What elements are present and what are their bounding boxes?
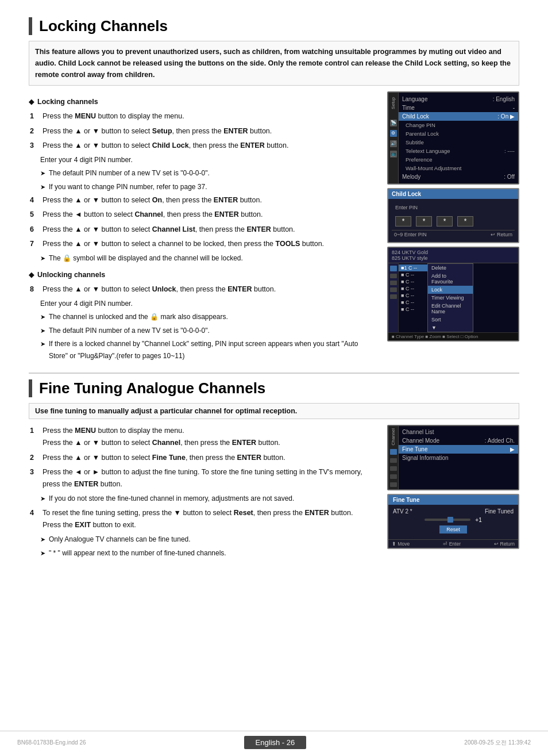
- ch-row-7: ■ C --: [399, 306, 427, 313]
- section-divider: [29, 373, 519, 374]
- ch-row-2: ■ C --: [399, 271, 427, 278]
- arrow-unlock-1: The channel is unlocked and the 🔒 mark a…: [40, 311, 378, 323]
- menu-row-wallmount: Wall-Mount Adjustment: [399, 164, 518, 172]
- pin-hint-enter: 0~9 Enter PIN: [394, 232, 427, 237]
- locking-steps: 1 Press the MENU button to display the m…: [29, 110, 378, 152]
- page-footer: BN68-01783B-Eng.indd 26 English - 26 200…: [0, 731, 548, 749]
- ft-step-num-4: 4: [30, 507, 39, 532]
- step-content-3: Press the ▲ or ▼ button to select Child …: [43, 140, 378, 152]
- menu-label-wallmount: Wall-Mount Adjustment: [406, 165, 461, 171]
- step3-sub: Enter your 4 digit PIN number.: [40, 154, 378, 166]
- pin-dot-1: *: [395, 216, 411, 227]
- ch-825: 825 UKTV style: [392, 255, 428, 261]
- pin-dots-row: * * * *: [395, 216, 511, 227]
- ft-footer-move: ⬆ Move: [392, 541, 410, 547]
- setup-content: Language : English Time - Child Lock : O…: [399, 93, 518, 183]
- context-menu: Delete Add to Favourite Lock Timer Viewi…: [427, 263, 473, 332]
- ch-icon-5: [390, 294, 397, 299]
- step-content-2: Press the ▲ or ▼ button to select Setup,…: [43, 125, 378, 137]
- ctx-editname: Edit Channel Name: [428, 302, 473, 316]
- locking-bullet2: Unlocking channels: [29, 269, 378, 281]
- menu-value-time: -: [513, 105, 515, 111]
- slider-thumb: [447, 517, 453, 523]
- ch-row-active: ■1 C --: [399, 264, 427, 271]
- locking-screenshots: Setup 📡 ⚙ 🔊 📺 Langua: [387, 91, 519, 363]
- menu-row-subtitle: Subtitle: [399, 138, 518, 147]
- section-title-locking: Locking Channels: [29, 17, 519, 35]
- step-content-4: Press the ▲ or ▼ button to select On, th…: [43, 194, 378, 206]
- ft-step-num-3: 3: [30, 466, 39, 491]
- ft-footer-enter: ⏎ Enter: [443, 541, 461, 547]
- arrow-unlock-3: If there is a locked channel by "Channel…: [40, 338, 378, 362]
- pin-dot-3: *: [437, 216, 453, 227]
- ch-menu-sidebar: Channel: [388, 426, 399, 489]
- menu-label-melody: Melody: [402, 174, 420, 180]
- ft-step-content-2: Press the ▲ or ▼ button to select Fine T…: [43, 452, 378, 464]
- step-num-6: 6: [30, 224, 39, 236]
- menu-row-teletext: Teletext Language : ----: [399, 147, 518, 155]
- sidebar-icon-4: 📺: [390, 151, 397, 158]
- ft-step-num-2: 2: [30, 452, 39, 464]
- ch-row-3: ■ C --: [399, 278, 427, 285]
- ft-step-content-3: Press the ◄ or ► button to adjust the fi…: [43, 466, 378, 491]
- channel-list-inner: ■1 C -- ■ C -- ■ C -- ■ C -- ■ C -- ■ C …: [388, 263, 473, 332]
- step-2: 2 Press the ▲ or ▼ button to select Setu…: [29, 125, 378, 137]
- step-content-1: Press the MENU button to display the men…: [43, 110, 378, 122]
- menu-label-childlock: Child Lock: [402, 113, 429, 120]
- ch-824: 824 UKTV Gold: [392, 250, 428, 255]
- menu-label-preference: Preference: [406, 156, 432, 163]
- locking-content-area: Locking channels 1 Press the MENU button…: [29, 91, 519, 363]
- fine-tune-dialog-screenshot: Fine Tune ATV 2 * Fine Tuned +1 Reset: [387, 494, 519, 549]
- ft-footer-return: ↩ Return: [494, 541, 515, 547]
- setup-menu-screenshot: Setup 📡 ⚙ 🔊 📺 Langua: [387, 91, 519, 185]
- fine-tune-value: +1: [475, 517, 481, 523]
- ctx-sort: Sort: [428, 316, 473, 324]
- channel-list-header: 824 UKTV Gold 825 UKTV style: [388, 248, 518, 263]
- menu-value-melody: : Off: [504, 174, 515, 180]
- menu-row-childlock: Child Lock : On ▶: [399, 112, 518, 121]
- channel-footer: ■ Channel Type ■ Zoom ■ Select □ Option: [388, 332, 518, 340]
- step-num-4: 4: [30, 194, 39, 206]
- ch-menu-row-signalinfo: Signal Information: [399, 454, 518, 462]
- slider-track: [424, 519, 470, 521]
- ft-step-4: 4 To reset the fine tuning setting, pres…: [29, 507, 378, 532]
- sidebar-icon-2: ⚙: [390, 130, 397, 137]
- ch-row-4: ■ C --: [399, 285, 427, 292]
- footer-date: 2008-09-25 오전 11:39:42: [464, 739, 531, 747]
- ch-menu-row-channellist: Channel List: [399, 428, 518, 436]
- step-content-6: Press the ▲ or ▼ button to select Channe…: [43, 224, 378, 236]
- menu-row-changepin: Change PIN: [399, 121, 518, 129]
- fine-tune-channel: ATV 2 *: [393, 508, 412, 515]
- ch-menu-icon-4: [390, 474, 397, 479]
- ch-icon-4: [390, 287, 397, 292]
- ch-menu-icon-5: [390, 482, 397, 487]
- ft-arrow-4b: " * " will appear next to the number of …: [40, 547, 378, 559]
- ft-step-content-1: Press the MENU button to display the men…: [43, 425, 378, 450]
- step-num-2: 2: [30, 125, 39, 137]
- footer-language: English - 26: [244, 736, 307, 749]
- step-num-8: 8: [30, 283, 39, 296]
- menu-label-changepin: Change PIN: [406, 122, 435, 128]
- menu-row-parentallock: Parental Lock: [399, 129, 518, 138]
- sidebar-icon-1: 📡: [390, 120, 397, 126]
- ch-menu-label-signalinfo: Signal Information: [402, 455, 449, 461]
- intro-text: This feature allows you to prevent unaut…: [29, 41, 519, 86]
- step-num-7: 7: [30, 238, 39, 250]
- ch-menu-label-finetune: Fine Tune: [402, 446, 427, 452]
- ctx-favourite: Add to Favourite: [428, 272, 473, 286]
- reset-btn: Reset: [439, 525, 467, 534]
- fine-tune-slider-row: +1: [393, 517, 514, 523]
- enter-pin-label: Enter PIN: [392, 202, 515, 213]
- menu-label-subtitle: Subtitle: [406, 139, 424, 145]
- ft-step-1: 1 Press the MENU button to display the m…: [29, 425, 378, 450]
- setup-label: Setup: [391, 97, 396, 109]
- section-title-finetuning: Fine Tuning Analogue Channels: [29, 379, 519, 397]
- ch-menu-value-channelmode: : Added Ch.: [485, 438, 515, 444]
- finetuning-steps: 1 Press the MENU button to display the m…: [29, 425, 378, 490]
- arrow-note-1: The default PIN number of a new TV set i…: [40, 167, 378, 179]
- arrow-note-2: If you want to change PIN number, refer …: [40, 181, 378, 193]
- menu-value-teletext: : ----: [504, 148, 515, 154]
- menu-label-parentallock: Parental Lock: [406, 131, 439, 137]
- step-8: 8 Press the ▲ or ▼ button to select Unlo…: [29, 283, 378, 296]
- finetuning-content-area: 1 Press the MENU button to display the m…: [29, 425, 519, 561]
